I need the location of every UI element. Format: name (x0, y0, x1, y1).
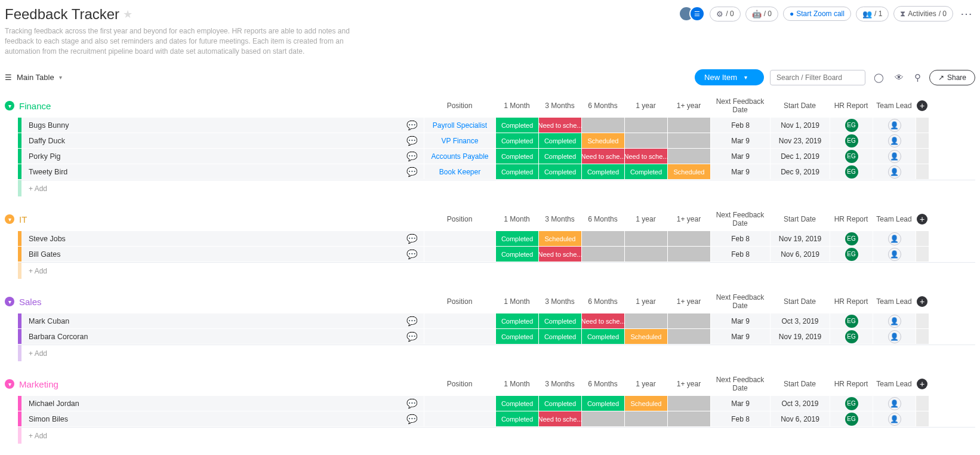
status-cell[interactable]: Scheduled (538, 231, 581, 246)
status-cell[interactable] (667, 396, 710, 411)
chat-icon[interactable]: 💬 (406, 120, 418, 131)
next-feedback-date-cell[interactable]: Mar 9 (710, 164, 770, 179)
team-lead-cell[interactable]: 👤 (873, 231, 916, 246)
new-item-button[interactable]: New Item ▾ (695, 69, 764, 85)
hr-report-cell[interactable]: EG (830, 247, 873, 262)
hr-report-cell[interactable]: EG (830, 231, 873, 246)
column-header[interactable]: HR Report (830, 215, 873, 223)
group-title[interactable]: Finance (18, 101, 424, 111)
status-cell[interactable] (667, 313, 710, 328)
status-cell[interactable]: Completed (495, 411, 538, 426)
position-cell[interactable] (424, 247, 495, 262)
position-cell[interactable] (424, 411, 495, 426)
status-cell[interactable]: Completed (538, 149, 581, 164)
team-lead-cell[interactable]: 👤 (873, 164, 916, 179)
item-name-cell[interactable]: Barbara Corcoran 💬 (18, 329, 424, 344)
item-name-cell[interactable]: Michael Jordan 💬 (18, 396, 424, 411)
column-header[interactable]: 3 Months (538, 215, 581, 223)
chat-icon[interactable]: 💬 (406, 249, 418, 260)
status-cell[interactable]: Completed (581, 396, 624, 411)
start-date-cell[interactable]: Nov 1, 2019 (770, 118, 830, 133)
status-cell[interactable] (667, 133, 710, 148)
item-name-cell[interactable]: Porky Pig 💬 (18, 149, 424, 164)
team-lead-cell[interactable]: 👤 (873, 247, 916, 262)
team-lead-cell[interactable]: 👤 (873, 396, 916, 411)
column-header[interactable]: 1 year (624, 297, 667, 306)
column-header[interactable]: 6 Months (581, 102, 624, 110)
search-input[interactable] (770, 70, 865, 85)
status-cell[interactable] (624, 411, 667, 426)
status-cell[interactable]: Need to sche... (538, 411, 581, 426)
team-lead-cell[interactable]: 👤 (873, 133, 916, 148)
column-header[interactable]: 1 year (624, 380, 667, 388)
view-switcher[interactable]: ☰ Main Table ▾ (5, 73, 62, 82)
start-date-cell[interactable]: Nov 6, 2019 (770, 411, 830, 426)
status-cell[interactable]: Scheduled (624, 396, 667, 411)
column-header[interactable]: Position (424, 380, 495, 388)
column-header[interactable]: Start Date (770, 102, 830, 110)
column-header[interactable]: HR Report (830, 102, 873, 110)
chat-icon[interactable]: 💬 (406, 398, 418, 409)
status-cell[interactable]: Completed (538, 313, 581, 328)
status-cell[interactable] (624, 247, 667, 262)
group-title[interactable]: IT (18, 214, 424, 225)
position-cell[interactable]: Payroll Specialist (424, 118, 495, 133)
column-header[interactable]: Next Feedback Date (710, 97, 770, 114)
group-title[interactable]: Marketing (18, 379, 424, 389)
status-cell[interactable]: Completed (495, 313, 538, 328)
status-cell[interactable] (667, 149, 710, 164)
chat-icon[interactable]: 💬 (406, 151, 418, 162)
status-cell[interactable] (667, 231, 710, 246)
column-header[interactable]: 3 Months (538, 102, 581, 110)
status-cell[interactable] (667, 411, 710, 426)
column-header[interactable]: 1 year (624, 102, 667, 110)
person-filter-icon[interactable]: ◯ (871, 71, 886, 84)
hr-report-cell[interactable]: EG (830, 411, 873, 426)
chat-icon[interactable]: 💬 (406, 167, 418, 177)
status-cell[interactable]: Completed (495, 247, 538, 262)
hr-report-cell[interactable]: EG (830, 396, 873, 411)
column-header[interactable]: 1 Month (495, 380, 538, 388)
board-members-avatars[interactable]: ☰ (679, 6, 705, 21)
next-feedback-date-cell[interactable]: Mar 9 (710, 313, 770, 328)
add-row-button[interactable]: + Add (18, 262, 975, 279)
chat-icon[interactable]: 💬 (406, 136, 418, 146)
column-header[interactable]: 3 Months (538, 380, 581, 388)
next-feedback-date-cell[interactable]: Mar 9 (710, 396, 770, 411)
column-header[interactable]: 6 Months (581, 297, 624, 306)
column-header[interactable]: 3 Months (538, 297, 581, 306)
team-lead-cell[interactable]: 👤 (873, 149, 916, 164)
next-feedback-date-cell[interactable]: Feb 8 (710, 231, 770, 246)
add-row-button[interactable]: + Add (18, 427, 975, 444)
item-name-cell[interactable]: Tweety Bird 💬 (18, 164, 424, 179)
position-cell[interactable] (424, 329, 495, 344)
status-cell[interactable]: Completed (495, 164, 538, 179)
column-header[interactable]: 1+ year (667, 297, 710, 306)
status-cell[interactable]: Completed (538, 329, 581, 344)
status-cell[interactable]: Scheduled (624, 329, 667, 344)
column-header[interactable]: Next Feedback Date (710, 293, 770, 310)
column-header[interactable]: Team Lead (873, 102, 916, 110)
status-cell[interactable] (581, 118, 624, 133)
start-date-cell[interactable]: Dec 9, 2019 (770, 164, 830, 179)
status-cell[interactable]: Scheduled (581, 133, 624, 148)
column-header[interactable]: Team Lead (873, 297, 916, 306)
filter-icon[interactable]: ⚲ (912, 71, 923, 84)
group-collapse-toggle[interactable]: ▾ (5, 297, 14, 306)
column-header[interactable]: HR Report (830, 380, 873, 388)
status-cell[interactable]: Need to sche... (538, 247, 581, 262)
item-name-cell[interactable]: Steve Jobs 💬 (18, 231, 424, 246)
status-cell[interactable] (667, 118, 710, 133)
eye-icon[interactable]: 👁 (892, 71, 906, 84)
team-lead-cell[interactable]: 👤 (873, 118, 916, 133)
team-lead-cell[interactable]: 👤 (873, 411, 916, 426)
item-name-cell[interactable]: Bill Gates 💬 (18, 247, 424, 262)
column-header[interactable]: 6 Months (581, 380, 624, 388)
group-collapse-toggle[interactable]: ▾ (5, 101, 14, 110)
status-cell[interactable] (667, 247, 710, 262)
status-cell[interactable]: Completed (581, 329, 624, 344)
column-header[interactable]: Team Lead (873, 215, 916, 223)
chat-icon[interactable]: 💬 (406, 414, 418, 425)
add-row-button[interactable]: + Add (18, 180, 975, 196)
item-name-cell[interactable]: Bugs Bunny 💬 (18, 118, 424, 133)
